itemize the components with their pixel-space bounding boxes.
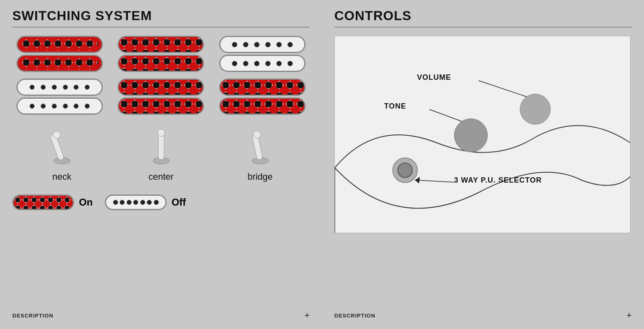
red-poles-svg5	[119, 80, 203, 95]
pole-white	[52, 85, 57, 90]
pole-white	[276, 42, 282, 47]
red-poles-svg	[21, 38, 98, 51]
pickup-bar-red-top	[16, 36, 103, 53]
pickup-center-red-hb	[114, 36, 208, 72]
right-plus-button[interactable]: +	[626, 310, 632, 321]
svg-rect-44	[14, 196, 73, 209]
pole-white	[232, 42, 237, 47]
red-poles-svg4	[119, 56, 203, 71]
pickup-bar-red4-top	[219, 79, 306, 96]
pickup-bar-red2-top	[118, 36, 204, 53]
left-divider	[12, 27, 310, 28]
pole-white	[254, 42, 259, 47]
pole-white-legend	[133, 200, 138, 205]
switches-row: neck center bridge	[12, 125, 310, 182]
pole-white	[74, 85, 79, 90]
controls-diagram: VOLUME TONE 3 WAY P.U. SELECTOR	[334, 36, 630, 233]
svg-point-40	[253, 131, 261, 138]
pole-white	[52, 104, 57, 109]
pickup-center-red-hb2	[114, 79, 208, 115]
controls-title: CONTROLS	[334, 8, 632, 23]
toggle-neck-svg	[48, 125, 76, 166]
switch-bridge-label: bridge	[248, 171, 273, 182]
selector-knob-inner	[397, 162, 413, 178]
pickup-bridge-white-sc	[215, 36, 310, 72]
left-plus-button[interactable]: +	[304, 310, 310, 321]
legend-row: On Off	[12, 195, 310, 210]
right-description-label: DESCRIPTION	[334, 313, 375, 319]
svg-rect-36	[158, 133, 164, 160]
svg-point-37	[158, 129, 165, 137]
pickup-bridge-red-hb	[215, 79, 310, 115]
pickup-bar-white-top	[219, 36, 306, 53]
controls-panel: CONTROLS VOLUME TONE 3 WAY P.U. SELECTOR	[322, 0, 644, 329]
right-divider	[334, 27, 632, 28]
pole-white	[232, 61, 237, 66]
red-poles-svg8	[220, 99, 304, 114]
pole-white	[74, 104, 79, 109]
pickup-grid	[12, 36, 310, 115]
pole-white	[287, 42, 293, 47]
volume-label: VOLUME	[417, 73, 451, 82]
pole-white-legend	[140, 200, 145, 205]
svg-rect-11	[119, 37, 203, 52]
svg-rect-23	[119, 99, 203, 114]
pickup-neck-red-hb	[12, 36, 107, 72]
pickup-bar-red4-bottom	[219, 97, 306, 115]
svg-rect-3	[21, 38, 98, 51]
legend-off-pickup	[105, 195, 167, 210]
pole-white	[85, 104, 90, 109]
svg-point-34	[53, 131, 60, 139]
switching-system-panel: SWITCHING SYSTEM	[0, 0, 322, 329]
legend-on-label: On	[79, 197, 93, 208]
svg-rect-15	[119, 56, 203, 71]
switch-neck-label: neck	[52, 171, 71, 182]
svg-rect-19	[119, 80, 203, 95]
legend-red-svg	[14, 196, 73, 209]
pickup-neck-white-sc	[12, 79, 107, 115]
selector-knob	[392, 158, 418, 183]
pole-white-legend	[147, 200, 152, 205]
pole-white	[287, 61, 293, 66]
pole-white	[243, 61, 248, 66]
svg-rect-7	[21, 57, 98, 70]
pole-white	[265, 42, 271, 47]
pickup-bar-white2-top	[16, 79, 103, 96]
pickup-bar-white2-bottom	[16, 97, 103, 115]
pole-white-legend	[113, 200, 118, 205]
red-poles-svg3	[119, 37, 203, 52]
svg-rect-31	[220, 99, 304, 114]
left-description-label: DESCRIPTION	[12, 313, 53, 319]
legend-off-label: Off	[171, 197, 186, 208]
pole-white	[41, 104, 46, 109]
toggle-center-svg	[147, 125, 176, 166]
selector-label: 3 WAY P.U. SELECTOR	[454, 176, 542, 185]
left-description-bar: DESCRIPTION +	[12, 310, 310, 321]
red-poles-svg2	[21, 57, 98, 70]
switch-center: center	[147, 125, 176, 182]
pole-white	[254, 61, 259, 66]
pole-white	[41, 85, 46, 90]
switching-system-title: SWITCHING SYSTEM	[12, 8, 310, 23]
pole-white	[30, 85, 35, 90]
red-poles-svg6	[119, 99, 203, 114]
pole-white	[243, 42, 248, 47]
pole-white	[85, 85, 90, 90]
volume-knob	[520, 94, 551, 125]
pole-white	[276, 61, 282, 66]
pickup-bar-red2-bottom	[118, 55, 204, 72]
pickup-bar-white-bottom	[219, 55, 306, 72]
pole-white	[63, 85, 68, 90]
tone-label: TONE	[384, 102, 406, 111]
pickup-bar-red-bottom	[16, 55, 103, 72]
legend-on-pickup	[12, 195, 74, 210]
pole-white-legend	[120, 200, 125, 205]
toggle-bridge-svg	[246, 125, 275, 166]
pole-white	[63, 104, 68, 109]
legend-off: Off	[105, 195, 186, 210]
switch-neck: neck	[48, 125, 76, 182]
right-description-bar: DESCRIPTION +	[334, 310, 632, 321]
pole-white-legend	[154, 200, 159, 205]
svg-rect-27	[220, 80, 304, 95]
pole-white	[265, 61, 271, 66]
